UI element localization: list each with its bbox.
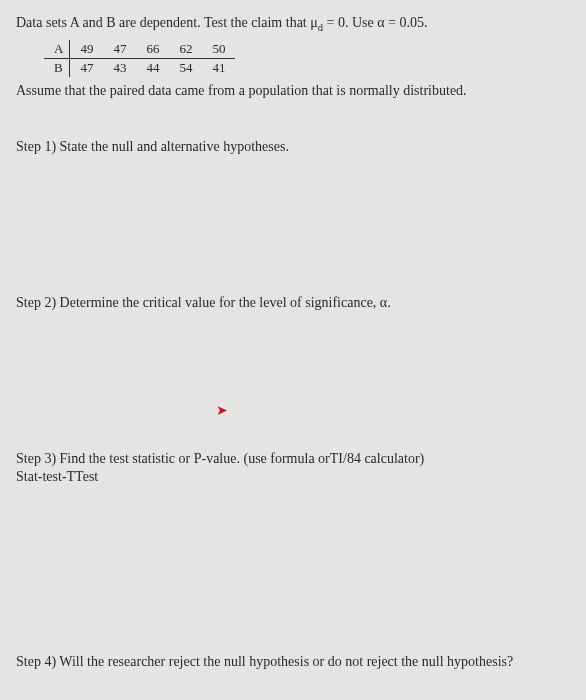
problem-intro: Data sets A and B are dependent. Test th… — [16, 12, 570, 36]
step-3-sub: Stat-test-TTest — [16, 469, 570, 485]
assume-text: Assume that the paired data came from a … — [16, 83, 570, 99]
cell: 47 — [70, 58, 104, 77]
table-row: B 47 43 44 54 41 — [44, 58, 235, 77]
cell: 50 — [202, 40, 235, 59]
cell: 54 — [169, 58, 202, 77]
cell: 43 — [103, 58, 136, 77]
cell: 47 — [103, 40, 136, 59]
table-row: A 49 47 66 62 50 — [44, 40, 235, 59]
step-3: Step 3) Find the test statistic or P-val… — [16, 451, 570, 467]
step-4: Step 4) Will the researcher reject the n… — [16, 654, 513, 670]
row-label-a: A — [44, 40, 70, 59]
data-table: A 49 47 66 62 50 B 47 43 44 54 41 — [44, 40, 235, 77]
step-2: Step 2) Determine the critical value for… — [16, 295, 570, 311]
cell: 62 — [169, 40, 202, 59]
cell: 66 — [136, 40, 169, 59]
cell: 49 — [70, 40, 104, 59]
cell: 41 — [202, 58, 235, 77]
row-label-b: B — [44, 58, 70, 77]
step-1: Step 1) State the null and alternative h… — [16, 139, 570, 155]
cell: 44 — [136, 58, 169, 77]
cursor-icon: ➤ — [216, 402, 228, 419]
